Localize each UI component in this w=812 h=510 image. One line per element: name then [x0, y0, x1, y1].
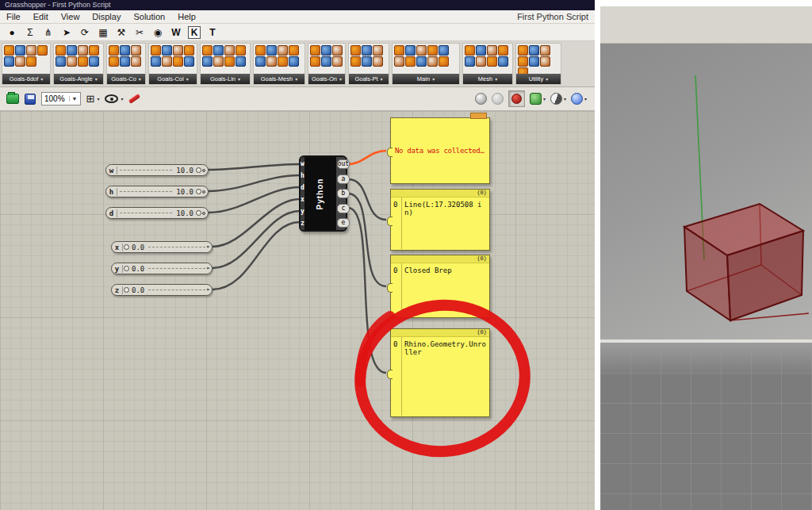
- component-icon[interactable]: [518, 45, 528, 56]
- component-icons[interactable]: [349, 44, 389, 74]
- component-icons[interactable]: [107, 44, 145, 74]
- component-icon[interactable]: [15, 56, 25, 67]
- letter-k-button[interactable]: K: [188, 26, 201, 39]
- component-icon[interactable]: [162, 56, 172, 67]
- number-slider-x[interactable]: x 0.0: [111, 241, 213, 253]
- slider-grip[interactable]: [124, 287, 129, 293]
- slider-grip[interactable]: [196, 210, 201, 216]
- component-icon[interactable]: [405, 45, 416, 56]
- perspective-viewport[interactable]: [600, 44, 812, 339]
- component-icon[interactable]: [278, 45, 288, 56]
- number-slider-y[interactable]: y 0.0: [111, 263, 213, 274]
- component-icon[interactable]: [151, 45, 161, 56]
- half-shade-icon[interactable]: [550, 93, 562, 105]
- ribbon-tab-goals-co[interactable]: Goals-Co▾: [107, 74, 145, 84]
- component-icon[interactable]: [416, 56, 427, 67]
- component-icon[interactable]: [427, 56, 438, 67]
- component-icon[interactable]: [350, 45, 361, 56]
- component-icon[interactable]: [78, 45, 88, 56]
- component-icon[interactable]: [213, 56, 224, 67]
- component-icon[interactable]: [184, 56, 194, 67]
- component-icon[interactable]: [465, 56, 475, 67]
- number-slider-h[interactable]: h 10.0: [105, 186, 209, 197]
- component-icon[interactable]: [224, 56, 235, 67]
- output-a[interactable]: a: [337, 174, 350, 184]
- pointer-icon[interactable]: ➤: [60, 25, 73, 40]
- component-icons[interactable]: [393, 44, 459, 74]
- sphere-icon[interactable]: ●: [6, 25, 18, 40]
- output-e[interactable]: e: [337, 218, 350, 228]
- component-icon[interactable]: [373, 45, 383, 56]
- component-icon[interactable]: [498, 45, 508, 56]
- gh-panel-unroller[interactable]: {0} 0 Rhino.Geometry.Unroller: [390, 328, 490, 417]
- menu-help[interactable]: Help: [171, 10, 202, 23]
- warning-tag[interactable]: [470, 113, 487, 119]
- component-icon[interactable]: [321, 45, 331, 56]
- letter-t-button[interactable]: T: [206, 27, 219, 38]
- slingshot-icon[interactable]: ⋔: [42, 25, 55, 40]
- component-icon[interactable]: [26, 45, 36, 56]
- component-icon[interactable]: [518, 67, 528, 74]
- component-icon[interactable]: [498, 56, 508, 67]
- component-icons[interactable]: [201, 44, 250, 74]
- component-icon[interactable]: [373, 56, 383, 67]
- component-icon[interactable]: [120, 56, 130, 67]
- component-icon[interactable]: [350, 56, 361, 67]
- number-slider-d[interactable]: d 10.0: [105, 207, 209, 219]
- component-icon[interactable]: [131, 45, 141, 56]
- component-icon[interactable]: [26, 56, 36, 67]
- component-icon[interactable]: [332, 45, 343, 56]
- slider-track[interactable]: [146, 263, 212, 274]
- component-icon[interactable]: [487, 56, 497, 67]
- component-icon[interactable]: [56, 56, 66, 67]
- number-slider-z[interactable]: z 0.0: [111, 284, 213, 296]
- python-outputs[interactable]: out a b c e: [336, 157, 350, 230]
- ribbon-tab-goals-on[interactable]: Goals-On▾: [308, 74, 345, 84]
- top-viewport[interactable]: [600, 343, 812, 510]
- gh-panel-line[interactable]: {0} 0 Line(L:17.320508 in): [390, 189, 490, 251]
- output-out[interactable]: out: [337, 159, 350, 169]
- component-icons[interactable]: [254, 44, 304, 74]
- component-icon[interactable]: [289, 45, 299, 56]
- component-icon[interactable]: [529, 56, 539, 67]
- slider-track[interactable]: [146, 285, 212, 295]
- component-icon[interactable]: [405, 56, 416, 67]
- slider-track[interactable]: [117, 165, 174, 175]
- component-icon[interactable]: [310, 45, 320, 56]
- component-icons[interactable]: [149, 44, 197, 74]
- component-icon[interactable]: [151, 56, 161, 67]
- component-icon[interactable]: [362, 45, 372, 56]
- component-icon[interactable]: [362, 56, 372, 67]
- component-icons[interactable]: [54, 44, 103, 74]
- ribbon-tab-goals-lin[interactable]: Goals-Lin▾: [201, 74, 250, 84]
- menu-display[interactable]: Display: [86, 10, 127, 23]
- component-icon[interactable]: [89, 45, 99, 56]
- component-icon[interactable]: [4, 56, 14, 67]
- component-icon[interactable]: [4, 45, 14, 56]
- component-icon[interactable]: [416, 45, 427, 56]
- slider-grip[interactable]: [196, 167, 201, 173]
- sketch-pen-icon[interactable]: [128, 94, 140, 104]
- open-file-icon[interactable]: [6, 94, 19, 104]
- python-core[interactable]: Python: [304, 157, 336, 230]
- component-icon[interactable]: [213, 45, 224, 56]
- ribbon-tab-utility[interactable]: Utility▾: [516, 74, 561, 84]
- output-b[interactable]: b: [337, 189, 350, 198]
- component-icon[interactable]: [439, 45, 449, 56]
- gh-panel-brep[interactable]: {0} 0 Closed Brep: [390, 255, 490, 318]
- slider-grip[interactable]: [196, 189, 201, 194]
- ribbon-tab-mesh[interactable]: Mesh▾: [463, 74, 512, 84]
- slider-grip[interactable]: [124, 244, 129, 250]
- gamepad-icon[interactable]: ▦: [97, 25, 109, 40]
- component-icon[interactable]: [173, 45, 183, 56]
- ghosted-preview-icon[interactable]: [492, 93, 504, 105]
- eye-icon[interactable]: ◉: [151, 25, 164, 40]
- window-titlebar[interactable]: Grasshopper - First Python Script: [0, 0, 595, 10]
- component-icon[interactable]: [465, 45, 475, 56]
- component-icon[interactable]: [476, 56, 486, 67]
- component-icon[interactable]: [487, 45, 497, 56]
- component-icon[interactable]: [266, 56, 277, 67]
- component-icon[interactable]: [78, 56, 88, 67]
- component-icon[interactable]: [394, 56, 404, 67]
- selected-preview-frame[interactable]: [508, 90, 525, 107]
